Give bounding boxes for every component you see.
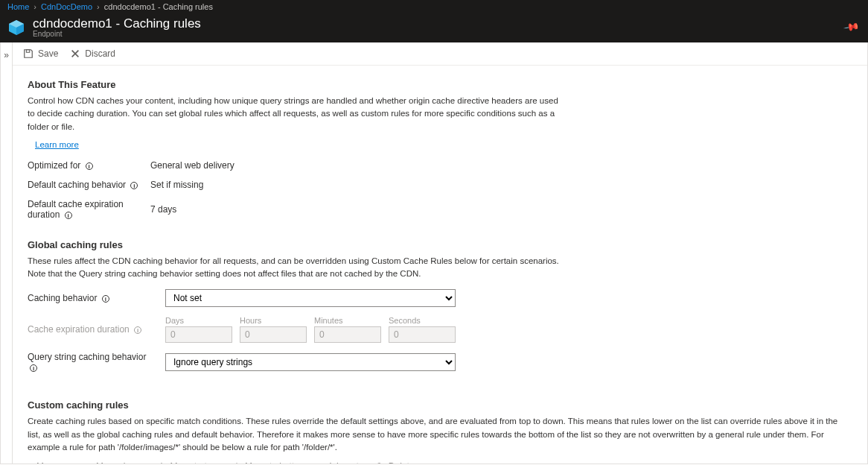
discard-icon (70, 48, 80, 59)
move-down-button[interactable]: ↓Move down (87, 461, 141, 464)
hours-input (240, 326, 307, 343)
caching-behavior-label: Caching behavior i (28, 293, 158, 303)
breadcrumb-home[interactable]: Home (7, 2, 29, 11)
move-up-button[interactable]: ↑Move up (28, 461, 71, 464)
chevron-right-icon: › (97, 2, 100, 11)
save-icon (23, 48, 33, 59)
learn-more-link[interactable]: Learn more (35, 140, 79, 149)
minutes-input (314, 326, 381, 343)
save-button[interactable]: Save (23, 48, 58, 59)
breadcrumb-current: cdndocdemo1 - Caching rules (104, 2, 213, 11)
cache-expiration-label: Cache expiration duration i (28, 324, 158, 335)
rules-toolbar: ↑Move up ↓Move down ⇞Move to top ⇟Move t… (28, 454, 852, 464)
default-expiration-value: 7 days (150, 204, 176, 215)
move-bottom-button[interactable]: ⇟Move to bottom (233, 461, 307, 464)
custom-rules-text: Create caching rules based on specific m… (28, 415, 852, 454)
title-bar: cdndocdemo1 - Caching rules Endpoint 📌 (0, 13, 868, 42)
info-icon[interactable]: i (102, 295, 109, 303)
endpoint-icon (7, 19, 25, 37)
seconds-label: Seconds (389, 316, 456, 325)
breadcrumb: Home › CdnDocDemo › cdndocdemo1 - Cachin… (0, 0, 868, 13)
arrow-down-icon: ↓ (87, 461, 92, 464)
info-icon[interactable]: i (134, 326, 141, 334)
info-icon[interactable]: i (86, 162, 93, 170)
pin-icon[interactable]: 📌 (843, 19, 860, 36)
minutes-label: Minutes (314, 316, 381, 325)
delete-button[interactable]: 🗑Delete (375, 461, 415, 464)
default-behavior-label: Default caching behavior i (28, 180, 150, 190)
caching-behavior-select[interactable]: Not set (165, 289, 456, 307)
query-string-label: Query string caching behavior i (28, 352, 158, 373)
query-string-select[interactable]: Ignore query strings (165, 353, 456, 371)
global-rules-text: These rules affect the CDN caching behav… (28, 255, 564, 281)
default-expiration-label: Default cache expiration duration i (28, 199, 150, 220)
page-title: cdndocdemo1 - Caching rules (33, 16, 201, 31)
insert-icon: ⋰ (323, 461, 332, 464)
arrow-top-icon: ⇞ (158, 461, 165, 464)
days-input (165, 326, 232, 343)
info-icon[interactable]: i (65, 212, 72, 219)
discard-button[interactable]: Discard (70, 48, 115, 59)
discard-label: Discard (85, 48, 115, 59)
optimized-for-value: General web delivery (150, 160, 234, 171)
arrow-up-icon: ↑ (28, 461, 32, 464)
about-text: Control how CDN caches your content, inc… (28, 95, 564, 133)
info-icon[interactable]: i (130, 182, 138, 189)
default-behavior-value: Set if missing (150, 180, 203, 190)
command-bar: Save Discard (13, 42, 867, 66)
global-rules-heading: Global caching rules (28, 239, 852, 250)
save-label: Save (38, 48, 58, 59)
breadcrumb-parent[interactable]: CdnDocDemo (41, 2, 92, 11)
insert-button[interactable]: ⋰Insert (323, 461, 359, 464)
trash-icon: 🗑 (375, 461, 384, 464)
info-icon[interactable]: i (30, 364, 37, 372)
seconds-input (389, 326, 456, 343)
custom-rules-heading: Custom caching rules (28, 399, 852, 411)
hours-label: Hours (240, 316, 307, 325)
days-label: Days (165, 316, 232, 325)
optimized-for-label: Optimized for i (28, 160, 150, 171)
move-top-button[interactable]: ⇞Move to top (158, 461, 217, 464)
about-heading: About This Feature (28, 79, 852, 90)
expand-sidebar-button[interactable]: » (1, 42, 13, 464)
chevron-right-icon: › (33, 2, 36, 11)
arrow-bottom-icon: ⇟ (233, 461, 240, 464)
